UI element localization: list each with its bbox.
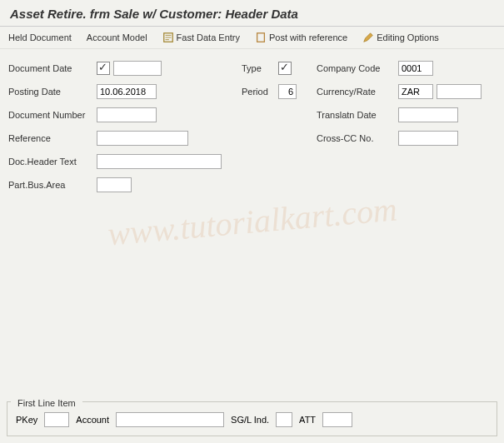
- post-with-reference-label: Post with reference: [269, 32, 347, 42]
- type-required-icon: [278, 62, 292, 75]
- doc-header-text-input[interactable]: [97, 154, 222, 169]
- account-model-button[interactable]: Account Model: [87, 32, 147, 42]
- column-2: Type Period: [242, 59, 297, 194]
- posting-date-label: Posting Date: [8, 87, 93, 97]
- page-title: Asset Retire. frm Sale w/ Customer: Head…: [10, 7, 494, 21]
- editing-options-button[interactable]: Editing Options: [362, 32, 439, 43]
- period-label: Period: [242, 87, 275, 97]
- account-label: Account: [76, 415, 109, 425]
- pkey-label: PKey: [16, 415, 37, 425]
- doc-header-text-label: Doc.Header Text: [8, 157, 93, 167]
- att-label: ATT: [299, 415, 316, 425]
- period-input[interactable]: [278, 84, 297, 99]
- fast-data-entry-button[interactable]: Fast Data Entry: [162, 32, 240, 43]
- post-with-reference-button[interactable]: Post with reference: [255, 32, 347, 43]
- cross-cc-no-label: Cross-CC No.: [317, 133, 395, 143]
- pkey-input[interactable]: [44, 412, 69, 427]
- att-input[interactable]: [322, 412, 352, 427]
- editing-options-label: Editing Options: [377, 32, 439, 42]
- account-input[interactable]: [116, 412, 224, 427]
- currency-rate-label: Currency/Rate: [317, 87, 395, 97]
- cross-cc-no-input[interactable]: [398, 131, 458, 146]
- pencil-icon: [362, 32, 374, 43]
- sgl-input[interactable]: [276, 412, 292, 427]
- translatn-date-input[interactable]: [398, 107, 458, 122]
- held-document-button[interactable]: Held Document: [8, 32, 72, 42]
- document-icon: [255, 32, 267, 43]
- title-bar: Asset Retire. frm Sale w/ Customer: Head…: [0, 0, 504, 27]
- company-code-label: Company Code: [317, 63, 395, 73]
- posting-date-input[interactable]: [97, 84, 157, 99]
- reference-label: Reference: [8, 133, 93, 143]
- toolbar: Held Document Account Model Fast Data En…: [0, 27, 504, 49]
- currency-input[interactable]: [398, 84, 433, 99]
- form-content: Document Date Posting Date Document Numb…: [0, 49, 504, 204]
- translatn-date-label: Translatn Date: [317, 110, 395, 120]
- column-1: Document Date Posting Date Document Numb…: [8, 59, 222, 194]
- sgl-label: SG/L Ind.: [231, 415, 269, 425]
- svg-rect-1: [257, 33, 265, 42]
- rate-input[interactable]: [437, 84, 482, 99]
- document-number-input[interactable]: [97, 107, 157, 122]
- document-date-required-icon: [97, 62, 110, 75]
- reference-input[interactable]: [97, 131, 188, 146]
- document-number-label: Document Number: [8, 110, 93, 120]
- first-line-item-title: First Line Item: [11, 395, 82, 410]
- column-3: Company Code Currency/Rate Translatn Dat…: [317, 59, 482, 194]
- part-bus-area-input[interactable]: [97, 177, 132, 192]
- form-icon: [162, 32, 174, 43]
- type-label: Type: [242, 63, 275, 73]
- document-date-label: Document Date: [8, 63, 93, 73]
- part-bus-area-label: Part.Bus.Area: [8, 180, 93, 190]
- company-code-input[interactable]: [398, 61, 433, 76]
- first-line-item-panel: First Line Item PKey Account SG/L Ind. A…: [7, 401, 497, 436]
- document-date-input[interactable]: [113, 61, 162, 76]
- fast-data-entry-label: Fast Data Entry: [177, 32, 240, 42]
